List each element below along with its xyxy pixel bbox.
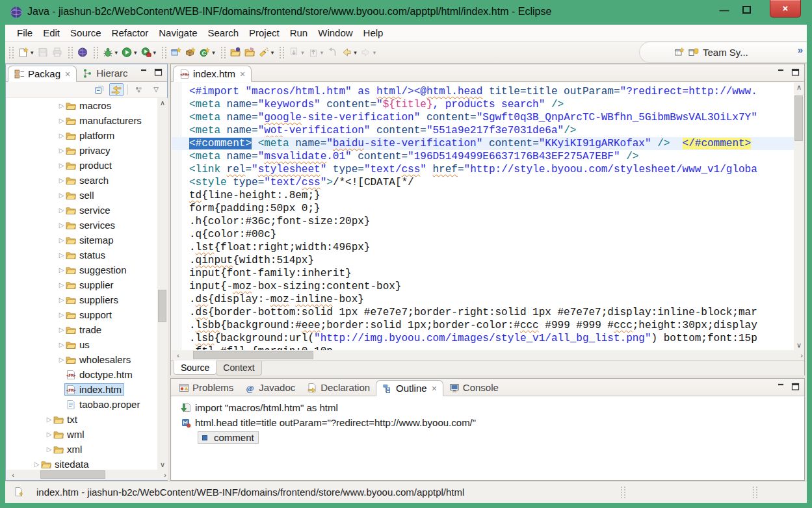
tree-item-sitemap[interactable]: ▷sitemap [7,233,157,248]
window-minimize-button[interactable]: — [716,5,733,16]
code-line-11[interactable]: .h{color:#36c;font-size:20px} [172,215,794,228]
tree-expander-icon[interactable]: ▷ [57,281,66,288]
code-line-17[interactable]: .ds{display:-moz-inline-box} [172,293,794,306]
open-type-button[interactable] [228,44,242,61]
dropdown-arrow-icon[interactable]: ▾ [115,49,118,56]
tree-item-us[interactable]: ▷us [7,337,157,352]
scroll-down-icon[interactable]: ∨ [157,461,168,469]
code-line-19[interactable]: .lsbb{background:#eee;border:solid 1px;b… [172,319,794,332]
page-tab-source[interactable]: Source [174,361,216,375]
tree-expander-icon[interactable]: ▷ [57,326,66,333]
tree-item-services[interactable]: ▷services [7,218,157,233]
web-browser-button[interactable] [75,44,90,61]
min-view-icon[interactable] [139,68,150,77]
min-view-icon[interactable] [776,68,787,77]
dropdown-arrow-icon[interactable]: ▾ [301,49,304,56]
tree-item-index-htm[interactable]: <FM>index.htm [7,382,157,397]
view-tab-packag[interactable]: Packag× [8,66,77,82]
tree-item-supplier[interactable]: ▷supplier [7,277,157,292]
tree-expander-icon[interactable]: ▷ [57,132,66,139]
code-line-5[interactable]: <#comment> <meta name="baidu-site-verifi… [172,137,794,150]
menu-run[interactable]: Run [285,25,313,40]
collapse-all-button[interactable] [92,83,107,96]
menu-help[interactable]: Help [358,25,389,40]
new-package-button[interactable] [183,44,198,61]
code-line-18[interactable]: .ds{border-bottom:solid 1px #e7e7e7;bord… [172,306,794,319]
view-menu-button[interactable] [132,83,146,96]
max-view-icon[interactable] [791,68,801,77]
editor-vertical-scrollbar[interactable]: ∧ ∨ [794,83,804,350]
tree-item-platform[interactable]: ▷platform [7,128,157,143]
tree-expander-icon[interactable]: ▷ [57,162,66,169]
page-tab-context[interactable]: Context [216,361,261,375]
tree-expander-icon[interactable]: ▷ [57,311,66,318]
tree-expander-icon[interactable]: ▷ [57,222,66,229]
tree-expander-icon[interactable]: ▷ [45,446,53,453]
dropdown-arrow-icon[interactable]: ▾ [31,49,34,56]
window-close-button[interactable]: × [770,0,801,18]
tree-expander-icon[interactable]: ▷ [57,177,66,184]
tree-item-trade[interactable]: ▷trade [7,322,157,337]
scroll-left-icon[interactable]: ‹ [173,350,183,361]
view-tab-outline[interactable]: Outline× [376,380,443,396]
code-line-2[interactable]: <meta name="keywords" content="${title},… [172,98,794,111]
scroll-down-icon[interactable]: ∨ [794,341,804,349]
menu-navigate[interactable]: Navigate [153,25,202,40]
scrollbar-thumb[interactable] [794,95,803,141]
print-button[interactable] [50,44,64,61]
tree-item-sell[interactable]: ▷sell [7,188,157,203]
tree-item-status[interactable]: ▷status [7,248,157,262]
code-line-4[interactable]: <meta name="wot-verification" content="5… [172,124,794,137]
window-maximize-button[interactable] [738,5,755,16]
tree-item-support[interactable]: ▷support [7,307,157,322]
code-editor[interactable]: <#import "macros/html.htm" as html/><@ht… [172,83,794,350]
max-view-icon[interactable] [791,382,801,392]
tree-expander-icon[interactable]: ▷ [45,431,53,438]
code-line-9[interactable]: td{line-height:.8em;} [172,189,794,202]
code-line-1[interactable]: <#import "macros/html.htm" as html/><@ht… [172,85,794,98]
toolbar-overflow-chevron[interactable]: » [798,44,803,55]
outline-view[interactable]: import "macros/html.htm" as htmlhtml.hea… [172,396,804,480]
code-line-20[interactable]: .lsb{background:url("http://img.byoou.co… [172,332,794,345]
dropdown-arrow-icon[interactable]: ▾ [271,49,274,56]
tree-expander-icon[interactable]: ▷ [57,341,66,348]
new-class-button[interactable]: C▾ [198,44,217,61]
close-icon[interactable]: × [432,383,437,394]
last-edit-button[interactable] [325,44,339,61]
tree-expander-icon[interactable]: ▷ [57,266,66,273]
tree-expander-icon[interactable]: ▷ [57,192,66,199]
new-java-project-button[interactable] [169,44,183,61]
outline-item-import[interactable]: import "macros/html.htm" as html [172,400,804,415]
tree-item-wholesalers[interactable]: ▷wholesalers [7,352,157,367]
code-line-8[interactable]: <style type="text/css">/*<![CDATA[*/ [172,176,794,189]
menu-window[interactable]: Window [313,25,358,40]
tree-item-sitedata[interactable]: ▷sitedata [7,457,157,470]
menu-edit[interactable]: Edit [38,25,65,40]
debug-button[interactable]: ▾ [101,44,120,61]
tree-item-suppliers[interactable]: ▷suppliers [7,292,157,307]
code-line-14[interactable]: .qinput{width:514px} [172,254,794,267]
scrollbar-thumb[interactable] [193,351,313,359]
view-tab-javadoc[interactable]: @Javadoc [239,379,301,396]
tree-expander-icon[interactable]: ▷ [57,236,66,244]
dropdown-arrow-icon[interactable]: ▾ [134,49,137,56]
editor-horizontal-scrollbar[interactable]: ‹ › [172,350,804,361]
menu-project[interactable]: Project [244,25,285,40]
tree-item-service[interactable]: ▷service [7,203,157,218]
view-tab-declaration[interactable]: Declaration [301,379,376,396]
perspective-button-perspective-new[interactable] [672,44,687,61]
explorer-tree[interactable]: ▷macros▷manufacturers▷platform▷privacy▷p… [7,98,157,470]
new-wizard-button[interactable]: ▾ [16,44,36,61]
scrollbar-thumb[interactable] [40,470,105,479]
tree-expander-icon[interactable]: ▷ [45,416,53,423]
max-view-icon[interactable] [153,68,164,77]
tree-expander-icon[interactable]: ▷ [57,207,66,214]
tree-item-search[interactable]: ▷search [7,173,157,188]
menu-search[interactable]: Search [202,25,244,40]
run-button[interactable]: ▾ [120,44,139,61]
tree-item-manufacturers[interactable]: ▷manufacturers [7,113,157,128]
code-line-16[interactable]: input{-moz-box-sizing:content-box} [172,280,794,293]
tree-item-privacy[interactable]: ▷privacy [7,143,157,158]
code-line-6[interactable]: <meta name="msvalidate.01" content="196D… [172,150,794,163]
link-with-editor-button[interactable] [109,83,124,96]
